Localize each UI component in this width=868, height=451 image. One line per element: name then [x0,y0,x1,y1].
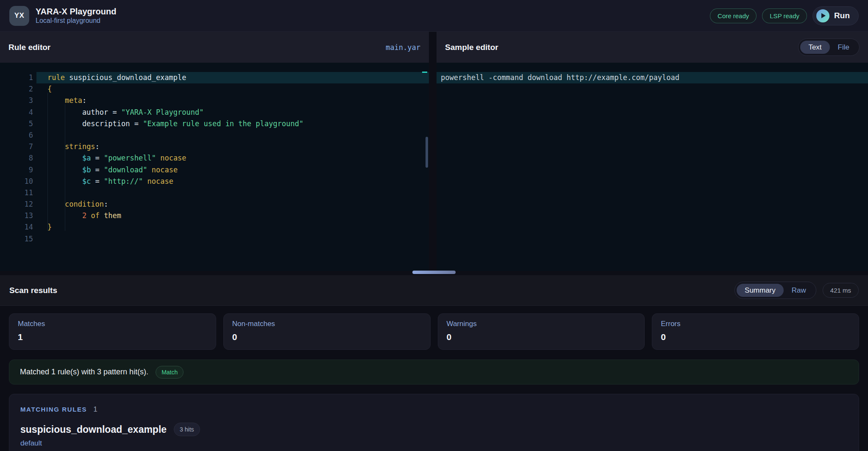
line-number: 12 [0,199,36,210]
code-token [47,200,65,208]
match-badge: Match [156,366,184,379]
code-line[interactable] [36,130,429,141]
stats-row: Matches 1 Non-matches 0 Warnings 0 Error… [9,313,859,350]
code-token [86,211,91,220]
line-number: 2 [0,83,36,95]
rule-editor-gutter[interactable]: 123456789101112131415 [0,72,36,245]
tab-summary[interactable]: Summary [737,284,784,297]
line-number: 11 [0,187,36,199]
code-token [47,211,82,220]
sample-mode-tabs: Text File [798,39,860,56]
overview-ruler-mark [422,72,427,73]
tab-text[interactable]: Text [800,41,829,54]
stat-label: Non-matches [232,320,422,328]
app-root: YX YARA-X Playground Local-first playgro… [0,0,868,451]
line-number: 3 [0,95,36,106]
app-logo-text: YX [14,11,25,20]
code-line[interactable] [36,187,429,199]
code-token [47,177,82,185]
line-number: 6 [0,130,36,141]
code-token: nocase [160,154,186,162]
code-line[interactable]: rule suspicious_download_example [36,72,429,83]
code-line[interactable]: } [36,221,429,233]
code-token: : [95,142,100,151]
panel-resize-handle[interactable] [412,271,456,274]
rule-editor-title: Rule editor [8,43,50,52]
stat-card-warnings: Warnings 0 [438,313,645,350]
code-token: { [47,85,52,93]
sample-editor-panel: Sample editor Text File powershell -comm… [437,32,868,271]
page-title: YARA-X Playground [36,6,116,17]
code-token: rule [47,73,65,82]
matched-rule-row[interactable]: suspicious_download_example 3 hits [20,423,848,436]
code-token: "http://" [104,177,143,185]
sample-editor[interactable]: powershell -command download http://exam… [437,63,868,271]
code-token [156,154,160,162]
rule-namespace[interactable]: default [20,439,848,448]
matching-rules-heading: MATCHING RULES [20,406,87,413]
code-line[interactable]: $c = "http://" nocase [36,176,429,187]
code-token: : [104,200,108,208]
code-token: = [91,166,104,174]
stat-value: 0 [232,332,422,342]
line-number: 7 [0,141,36,152]
rule-editor-code[interactable]: rule suspicious_download_example{ meta: … [36,72,429,245]
stat-value: 1 [18,332,207,342]
code-line[interactable]: meta: [36,95,429,106]
stat-label: Matches [18,320,207,328]
core-ready-badge: Core ready [710,8,757,23]
line-number: 5 [0,118,36,130]
code-token: nocase [147,177,173,185]
code-token [47,96,65,105]
code-line[interactable]: $a = "powershell" nocase [36,152,429,164]
code-line[interactable]: $b = "download" nocase [36,164,429,176]
line-number: 10 [0,176,36,187]
code-token [47,154,82,162]
tab-raw[interactable]: Raw [784,284,814,297]
rule-editor-filename: main.yar [386,43,420,52]
play-icon [816,9,829,22]
matching-rules-header: MATCHING RULES 1 [20,405,848,414]
code-line[interactable] [36,233,429,245]
code-token: suspicious_download_example [65,73,186,82]
code-token [147,166,151,174]
code-token: "YARA-X Playground" [121,108,203,116]
rule-editor-content: 123456789101112131415 rule suspicious_do… [0,63,429,245]
code-token: author = [47,108,121,116]
code-token: condition [65,200,104,208]
rule-editor-header: Rule editor main.yar [0,32,429,63]
code-token: $a [82,154,91,162]
rule-editor[interactable]: 123456789101112131415 rule suspicious_do… [0,63,429,271]
code-line[interactable]: description = "Example rule used in the … [36,118,429,130]
code-token: of [91,211,99,220]
tab-file[interactable]: File [830,41,857,54]
rule-name: suspicious_download_example [20,424,167,435]
code-token: "powershell" [104,154,156,162]
code-token: "Example rule used in the playground" [143,119,303,128]
hits-badge: 3 hits [174,423,200,436]
app-header: YX YARA-X Playground Local-first playgro… [0,0,868,32]
sample-line[interactable]: powershell -command download http://exam… [437,72,868,83]
run-button[interactable]: Run [812,6,859,25]
stat-card-matches: Matches 1 [9,313,216,350]
rule-editor-scrollbar[interactable] [426,137,428,168]
stat-value: 0 [661,332,850,342]
results-view-tabs: Summary Raw [734,282,816,299]
code-token [143,177,147,185]
code-line[interactable]: strings: [36,141,429,152]
code-line[interactable]: { [36,83,429,95]
scan-summary-banner: Matched 1 rule(s) with 3 pattern hit(s).… [9,360,859,385]
code-line[interactable]: condition: [36,199,429,210]
code-line[interactable]: author = "YARA-X Playground" [36,107,429,118]
code-token: $c [82,177,91,185]
line-number: 9 [0,164,36,176]
code-token: : [82,96,86,105]
line-number: 1 [0,72,36,83]
scan-summary-text: Matched 1 rule(s) with 3 pattern hit(s). [20,368,148,376]
code-line[interactable]: 2 of them [36,210,429,221]
stat-label: Errors [661,320,850,328]
line-number: 14 [0,221,36,233]
code-token: strings [65,142,95,151]
scan-results-title: Scan results [9,286,57,295]
run-button-label: Run [834,11,850,20]
